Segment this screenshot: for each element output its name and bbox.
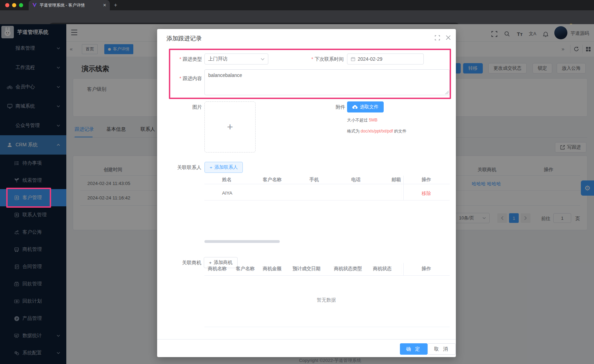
business-col-amount: 商机金额 bbox=[263, 266, 281, 272]
table-divider bbox=[204, 275, 450, 276]
traffic-close-button[interactable] bbox=[5, 3, 9, 7]
contact-row-name: AIYA bbox=[222, 190, 232, 196]
cancel-button[interactable]: 取 消 bbox=[428, 343, 456, 355]
empty-data-text: 暂无数据 bbox=[317, 297, 336, 303]
fixed-column-divider bbox=[403, 176, 404, 200]
table-divider bbox=[204, 184, 450, 184]
image-label: 图片 bbox=[157, 101, 202, 112]
size-tip: 大小不超过 5MB bbox=[347, 117, 377, 123]
traffic-zoom-button[interactable] bbox=[19, 3, 23, 7]
contacts-col-email: 邮箱 bbox=[392, 177, 401, 183]
favicon bbox=[32, 3, 37, 8]
business-col-customer: 客户名称 bbox=[236, 266, 255, 272]
attachment-label: 附件 bbox=[300, 101, 345, 112]
contacts-col-mobile: 手机 bbox=[309, 177, 319, 183]
related-business-label: 关联商机 bbox=[157, 257, 201, 268]
new-tab-button[interactable]: + bbox=[114, 2, 117, 8]
related-contacts-label: 关联联系人 bbox=[157, 162, 201, 173]
modal-close-icon[interactable] bbox=[446, 35, 451, 40]
modal-title: 添加跟进记录 bbox=[166, 35, 202, 42]
contacts-col-customer: 客户名称 bbox=[263, 177, 281, 183]
add-contact-button[interactable]: +添加联系人 bbox=[204, 162, 243, 173]
annotation-box-form bbox=[169, 49, 451, 99]
screen: 芋道管理系统 - 客户详情 ✕ + ← → ⟳ ⌂ i 127.0.0.1/cr… bbox=[0, 0, 594, 364]
annotation-box-sidebar bbox=[6, 188, 51, 208]
contacts-col-phone: 电话 bbox=[351, 177, 361, 183]
confirm-button[interactable]: 确 定 bbox=[400, 343, 428, 355]
business-col-status-type: 商机状态类型 bbox=[334, 266, 362, 272]
browser-toolbar: ← → ⟳ ⌂ i 127.0.0.1/crm/customer/detail/… bbox=[0, 10, 594, 24]
modal-footer-divider bbox=[157, 339, 456, 340]
format-tip: 格式为 doc/xls/ppt/txt/pdf 的文件 bbox=[347, 128, 406, 134]
image-upload-box[interactable]: + bbox=[204, 101, 256, 153]
business-col-status: 商机状态 bbox=[373, 266, 392, 272]
plus-icon: + bbox=[227, 121, 233, 133]
business-col-name: 商机名称 bbox=[208, 266, 227, 272]
tab-title: 芋道管理系统 - 客户详情 bbox=[40, 2, 100, 8]
table-divider bbox=[204, 327, 450, 327]
business-col-actions: 操作 bbox=[422, 266, 431, 272]
browser-tabstrip: 芋道管理系统 - 客户详情 ✕ + bbox=[0, 0, 594, 10]
remove-contact-link[interactable]: 移除 bbox=[422, 190, 431, 197]
horizontal-scrollbar-thumb[interactable] bbox=[204, 240, 280, 243]
plus-icon: + bbox=[210, 165, 212, 170]
modal-fullscreen-icon[interactable] bbox=[435, 35, 440, 40]
plus-icon: + bbox=[209, 260, 212, 265]
contacts-col-name: 姓名 bbox=[222, 177, 231, 183]
table-divider bbox=[204, 200, 450, 200]
browser-tab[interactable]: 芋道管理系统 - 客户详情 ✕ bbox=[29, 0, 110, 10]
tab-close-icon[interactable]: ✕ bbox=[103, 3, 106, 8]
traffic-minimize-button[interactable] bbox=[12, 3, 16, 7]
fixed-column-divider bbox=[403, 263, 404, 275]
business-col-deal-date: 预计成交日期 bbox=[293, 266, 320, 272]
contacts-col-actions: 操作 bbox=[422, 177, 431, 183]
select-file-button[interactable]: 选取文件 bbox=[347, 101, 384, 112]
cloud-upload-icon bbox=[352, 105, 358, 109]
